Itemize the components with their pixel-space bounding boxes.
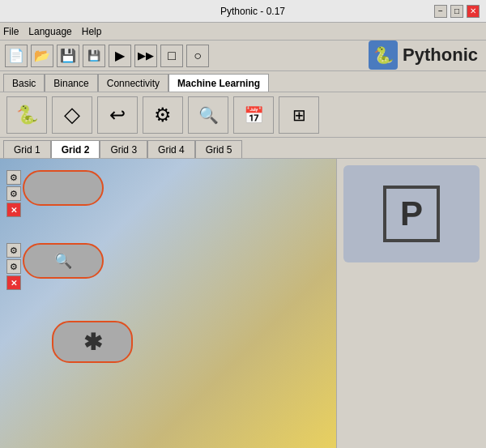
menu-help[interactable]: Help <box>82 26 102 37</box>
tab-basic[interactable]: Basic <box>3 74 45 92</box>
preview-box: P <box>343 165 480 262</box>
menu-language[interactable]: Language <box>28 26 71 37</box>
window-controls: − □ ✕ <box>434 5 480 18</box>
save-as-button[interactable]: 💾 <box>83 45 105 67</box>
preview-panel: P <box>336 159 486 448</box>
run-all-button[interactable]: ▶▶ <box>134 45 157 67</box>
grid-block-btn[interactable]: ⊞ <box>279 96 319 134</box>
menubar: File Language Help <box>0 23 486 41</box>
stop-button[interactable]: □ <box>160 45 183 67</box>
close-button[interactable]: ✕ <box>467 5 480 18</box>
main-tabs: Basic Binance Connectivity Machine Learn… <box>0 71 486 92</box>
maximize-button[interactable]: □ <box>450 5 463 18</box>
grid-tabs: Grid 1 Grid 2 Grid 3 Grid 4 Grid 5 <box>0 138 486 159</box>
minimize-button[interactable]: − <box>434 5 447 18</box>
record-button[interactable]: ○ <box>186 45 209 67</box>
logo-text: Pythonic <box>403 45 478 66</box>
tab-connectivity[interactable]: Connectivity <box>98 74 168 92</box>
node-1-icon: 🔍 <box>54 252 72 270</box>
node-1-wrapper: ⚙ ⚙ ✕ 🔍 1|A <box>6 243 104 290</box>
tab-machine-learning[interactable]: Machine Learning <box>168 74 269 92</box>
preview-p-icon: P <box>383 186 440 242</box>
node-1-settings2-btn[interactable]: ⚙ <box>6 259 21 274</box>
grid-tab-1[interactable]: Grid 1 <box>3 140 51 158</box>
node-1-settings-btn[interactable]: ⚙ <box>6 243 21 258</box>
node-0-settings-btn[interactable]: ⚙ <box>6 170 21 185</box>
magnify-block-btn[interactable]: 🔍 <box>188 96 228 134</box>
node-0-label: 0|A <box>0 206 63 217</box>
main-content: ⚙ ⚙ ✕ 0|A ⚙ ⚙ ✕ 🔍 1|A <box>0 159 486 448</box>
toolbar: 📄 📂 💾 💾 ▶ ▶▶ □ ○ 🐍 Pythonic <box>0 41 486 71</box>
window-title: Pythonic - 0.17 <box>71 6 434 17</box>
node-0-wrapper: ⚙ ⚙ ✕ 0|A <box>6 170 104 217</box>
menu-file[interactable]: File <box>3 26 19 37</box>
run-button[interactable]: ▶ <box>109 45 131 67</box>
node-0-settings2-btn[interactable]: ⚙ <box>6 186 21 201</box>
new-button[interactable]: 📄 <box>5 45 28 67</box>
node-2-block[interactable]: ✱ <box>52 321 133 363</box>
open-button[interactable]: 📂 <box>31 45 53 67</box>
grid-tab-3[interactable]: Grid 3 <box>100 140 147 158</box>
diamond-block-btn[interactable]: ◇ <box>52 96 92 134</box>
node-0-block[interactable] <box>23 170 104 206</box>
node-1-label: 1|A <box>0 279 63 290</box>
titlebar: Pythonic - 0.17 − □ ✕ <box>0 0 486 23</box>
grid-tab-2[interactable]: Grid 2 <box>51 140 100 158</box>
logo-area: 🐍 Pythonic <box>369 41 478 70</box>
gear-block-btn[interactable]: ⚙ <box>143 96 183 134</box>
logo-icon: 🐍 <box>369 41 398 70</box>
save-button[interactable]: 💾 <box>57 45 79 67</box>
grid-tab-4[interactable]: Grid 4 <box>147 140 195 158</box>
grid-tab-5[interactable]: Grid 5 <box>195 140 243 158</box>
node-1-block[interactable]: 🔍 <box>23 243 104 279</box>
calendar-block-btn[interactable]: 📅 <box>233 96 274 134</box>
python-block-btn[interactable]: 🐍 <box>6 96 47 134</box>
return-block-btn[interactable]: ↩ <box>97 96 138 134</box>
icon-toolbar: 🐍 ◇ ↩ ⚙ 🔍 📅 ⊞ <box>0 92 486 138</box>
tab-binance[interactable]: Binance <box>45 74 97 92</box>
canvas-area[interactable]: ⚙ ⚙ ✕ 0|A ⚙ ⚙ ✕ 🔍 1|A <box>0 159 336 448</box>
